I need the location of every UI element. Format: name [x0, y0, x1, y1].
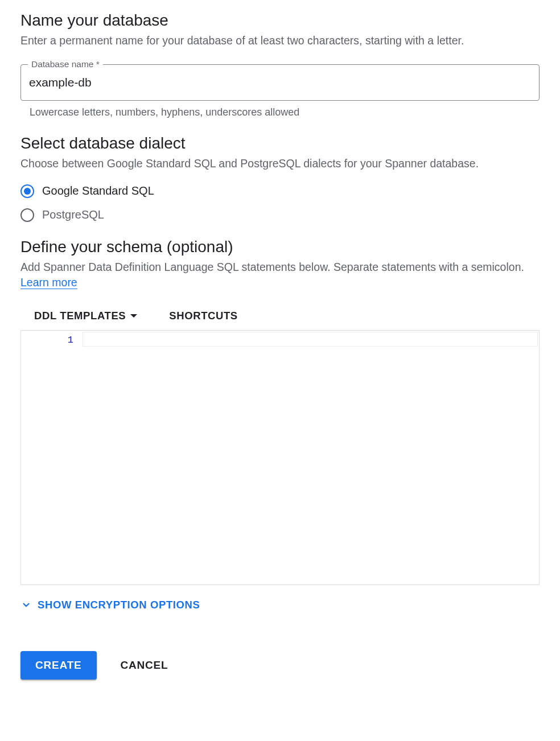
editor-gutter: 1: [21, 331, 83, 584]
editor-body[interactable]: [83, 331, 539, 584]
show-encryption-options-toggle[interactable]: SHOW ENCRYPTION OPTIONS: [20, 599, 540, 611]
database-name-input[interactable]: [29, 76, 531, 89]
dialect-section-desc: Choose between Google Standard SQL and P…: [20, 156, 540, 171]
learn-more-link[interactable]: Learn more: [20, 276, 77, 289]
caret-down-icon: [130, 314, 137, 318]
ddl-templates-label: DDL TEMPLATES: [34, 310, 126, 322]
editor-toolbar: DDL TEMPLATES SHORTCUTS: [20, 310, 540, 322]
shortcuts-button[interactable]: SHORTCUTS: [169, 310, 238, 322]
radio-google-standard-sql[interactable]: Google Standard SQL: [20, 184, 540, 198]
schema-section: Define your schema (optional) Add Spanne…: [20, 238, 540, 680]
dialect-section: Select database dialect Choose between G…: [20, 134, 540, 221]
radio-postgresql[interactable]: PostgreSQL: [20, 208, 540, 222]
name-section-desc: Enter a permanent name for your database…: [20, 33, 540, 48]
database-name-field-wrap: Database name * Lowercase letters, numbe…: [20, 64, 540, 118]
encryption-toggle-label: SHOW ENCRYPTION OPTIONS: [38, 599, 200, 611]
name-database-section: Name your database Enter a permanent nam…: [20, 11, 540, 118]
line-number: 1: [21, 334, 73, 347]
database-name-label: Database name *: [28, 59, 103, 69]
radio-label: Google Standard SQL: [42, 184, 154, 197]
schema-section-title: Define your schema (optional): [20, 238, 540, 256]
create-button[interactable]: CREATE: [20, 651, 97, 680]
name-section-title: Name your database: [20, 11, 540, 30]
schema-desc-text: Add Spanner Data Definition Language SQL…: [20, 261, 524, 273]
radio-checked-icon: [20, 184, 34, 198]
form-actions: CREATE CANCEL: [20, 651, 540, 680]
ddl-templates-dropdown[interactable]: DDL TEMPLATES: [34, 310, 137, 322]
chevron-down-icon: [20, 599, 32, 611]
database-name-field[interactable]: Database name *: [20, 64, 540, 101]
active-line-highlight: [83, 332, 538, 347]
dialect-radio-group: Google Standard SQL PostgreSQL: [20, 184, 540, 222]
schema-section-desc: Add Spanner Data Definition Language SQL…: [20, 260, 540, 291]
radio-unchecked-icon: [20, 208, 34, 222]
ddl-code-editor[interactable]: 1: [20, 330, 540, 585]
radio-label: PostgreSQL: [42, 208, 104, 221]
cancel-button[interactable]: CANCEL: [121, 659, 168, 672]
shortcuts-label: SHORTCUTS: [169, 310, 238, 322]
database-name-helper: Lowercase letters, numbers, hyphens, und…: [30, 106, 540, 118]
dialect-section-title: Select database dialect: [20, 134, 540, 153]
editor-scrollbar[interactable]: [528, 331, 539, 584]
